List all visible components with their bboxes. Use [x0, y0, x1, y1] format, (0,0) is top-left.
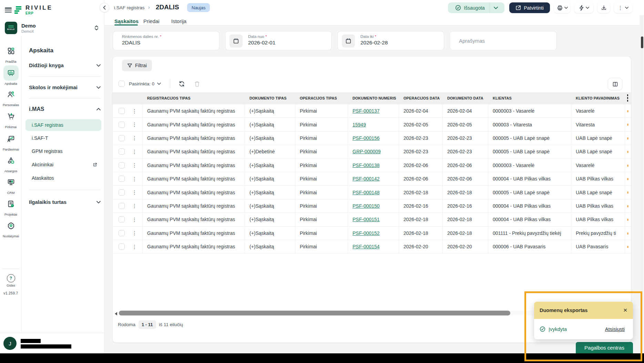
- table-row[interactable]: ⋮Gaunamų PVM sąskaitų faktūrų registras(…: [113, 172, 631, 186]
- breadcrumb-parent[interactable]: i.SAF registras: [114, 5, 145, 10]
- confirm-button[interactable]: Patvirtinti: [509, 2, 550, 13]
- row-kebab-icon[interactable]: ⋮: [132, 135, 137, 141]
- calendar-icon[interactable]: [342, 34, 355, 48]
- document-number-link[interactable]: 15949: [352, 122, 366, 127]
- row-checkbox[interactable]: [119, 230, 125, 236]
- column-header-dokumento-tipas[interactable]: DOKUMENTO TIPAS: [245, 92, 295, 104]
- sidebar-item-ataskaitos[interactable]: Ataskaitos: [32, 175, 101, 181]
- row-checkbox[interactable]: [119, 176, 125, 182]
- field-data-nuo[interactable]: Data nuo * 2026-02-01: [225, 31, 332, 50]
- download-button[interactable]: [597, 2, 610, 13]
- field-data-iki[interactable]: Data iki * 2026-02-28: [337, 31, 444, 50]
- row-checkbox[interactable]: [119, 162, 125, 168]
- document-number-link[interactable]: PSF-000142: [352, 176, 380, 182]
- refresh-icon[interactable]: [178, 81, 185, 87]
- saved-status-split-button[interactable]: Išsaugota: [448, 2, 504, 13]
- horizontal-scrollbar-thumb[interactable]: [119, 311, 510, 315]
- hscroll-left-arrow[interactable]: [115, 312, 117, 315]
- row-kebab-icon[interactable]: ⋮: [132, 176, 137, 182]
- rail-item-apskaita[interactable]: Apskaita: [0, 65, 22, 85]
- row-kebab-icon[interactable]: ⋮: [132, 163, 137, 168]
- saved-status-caret[interactable]: [490, 2, 502, 13]
- row-kebab-icon[interactable]: ⋮: [132, 108, 137, 114]
- table-row[interactable]: ⋮Gaunamų PVM sąskaitų faktūrų registras(…: [113, 132, 631, 145]
- row-checkbox[interactable]: [119, 243, 125, 250]
- row-checkbox[interactable]: [119, 189, 125, 196]
- rail-item-pradzia[interactable]: Pradžia: [0, 43, 22, 63]
- document-number-link[interactable]: PSF-000150: [352, 203, 380, 209]
- filters-button[interactable]: Filtrai: [122, 60, 152, 71]
- row-checkbox[interactable]: [119, 122, 125, 128]
- column-header-klientas[interactable]: KLIENTAS: [488, 92, 571, 104]
- column-header-kliento-pavadinimas[interactable]: KLIENTO PAVADINIMAS: [571, 92, 625, 104]
- saved-status-main[interactable]: Išsaugota: [450, 2, 490, 13]
- row-checkbox[interactable]: [119, 148, 125, 155]
- tab-istorija[interactable]: Istorija: [171, 18, 186, 24]
- table-row[interactable]: ⋮Gaunamų PVM sąskaitų faktūrų registras(…: [113, 213, 631, 226]
- sidebar-group-imas[interactable]: i.MAS: [29, 106, 101, 112]
- document-number-link[interactable]: PSF-000148: [352, 190, 380, 195]
- rail-item-gidas[interactable]: ? Gidas: [0, 274, 22, 287]
- hamburger-menu-icon[interactable]: [5, 8, 12, 12]
- table-row[interactable]: ⋮Gaunamų PVM sąskaitų faktūrų registras(…: [113, 118, 631, 131]
- unfold-chevrons-icon[interactable]: [94, 25, 99, 31]
- table-row[interactable]: ⋮Gaunamų PVM sąskaitų faktūrų registras(…: [113, 186, 631, 199]
- tab-saskaitos[interactable]: Sąskaitos: [114, 18, 139, 24]
- field-rinkmenos-dalies-nr[interactable]: Rinkmenos dalies nr. * 2DALIS: [113, 31, 219, 50]
- row-kebab-icon[interactable]: ⋮: [132, 244, 137, 249]
- row-checkbox[interactable]: [119, 216, 125, 222]
- document-number-link[interactable]: PSF-000137: [352, 108, 380, 114]
- sidebar-group-skolos[interactable]: Skolos ir mokėjimai: [29, 84, 101, 90]
- workspace-selector[interactable]: RIVILE Demo DemoX: [5, 21, 101, 34]
- row-checkbox[interactable]: [119, 135, 125, 141]
- column-header-registracijos-tipas[interactable]: REGISTRACIJOS TIPAS: [142, 92, 245, 104]
- sidebar-item-isaf-registras[interactable]: i.SAF registras: [25, 119, 101, 131]
- column-header-dokumento-numeris[interactable]: DOKUMENTO NUMERIS: [348, 92, 399, 104]
- column-settings-button[interactable]: [608, 78, 622, 90]
- column-header-operacijos-tipas[interactable]: OPERACIJOS TIPAS: [295, 92, 348, 104]
- document-number-link[interactable]: PSF-000154: [352, 244, 380, 249]
- column-header-dokumento-data[interactable]: DOKUMENTO DATA: [442, 92, 488, 104]
- column-header-operacijos-data[interactable]: OPERACIJOS DATA: [399, 92, 442, 104]
- quick-actions-button[interactable]: [574, 2, 593, 13]
- calendar-icon[interactable]: [229, 34, 243, 48]
- rail-item-atsargos[interactable]: Atsargos: [0, 153, 22, 173]
- avatar[interactable]: J: [3, 337, 17, 350]
- table-row[interactable]: ⋮Gaunamų PVM sąskaitų faktūrų registras(…: [113, 159, 631, 172]
- chevron-down-icon[interactable]: [157, 82, 161, 85]
- rail-item-personalas[interactable]: Personalas: [0, 87, 22, 107]
- document-number-link[interactable]: PSF-000156: [352, 135, 380, 141]
- rail-item-nustatymai[interactable]: Nustatymai: [0, 218, 22, 238]
- sidebar-group-ilgalaikis[interactable]: Ilgalaikis turtas: [29, 199, 101, 205]
- print-button[interactable]: [554, 2, 570, 13]
- rail-item-projektai[interactable]: Projektai: [0, 196, 22, 216]
- row-kebab-icon[interactable]: ⋮: [132, 203, 137, 208]
- document-number-link[interactable]: PSF-000138: [352, 163, 380, 168]
- row-kebab-icon[interactable]: ⋮: [132, 230, 137, 236]
- document-number-link[interactable]: GRP-000009: [352, 149, 381, 154]
- tab-priedai[interactable]: Priedai: [143, 18, 160, 24]
- sidebar-item-gpm-registras[interactable]: GPM registras: [32, 148, 101, 154]
- back-button[interactable]: [100, 3, 109, 12]
- document-number-link[interactable]: PSF-000152: [352, 230, 380, 236]
- table-row[interactable]: ⋮Gaunamų PVM sąskaitų faktūrų registras(…: [113, 104, 631, 118]
- pagination-range[interactable]: 1 - 11: [139, 320, 156, 329]
- table-row[interactable]: ⋮Gaunamų PVM sąskaitų faktūrų registras(…: [113, 145, 631, 158]
- rail-item-crm[interactable]: CRM: [0, 175, 22, 195]
- row-checkbox[interactable]: [119, 203, 125, 209]
- field-aprasymas[interactable]: Aprašymas: [450, 31, 557, 50]
- table-row[interactable]: ⋮Gaunamų PVM sąskaitų faktūrų registras(…: [113, 240, 631, 253]
- select-all-checkbox[interactable]: [119, 81, 125, 87]
- rail-item-pirkimai[interactable]: Pirkimai: [0, 109, 22, 129]
- sidebar-item-isaf-t[interactable]: i.SAF-T: [32, 135, 101, 141]
- document-number-link[interactable]: PSF-000151: [352, 217, 380, 222]
- table-row[interactable]: ⋮Gaunamų PVM sąskaitų faktūrų registras(…: [113, 227, 631, 240]
- row-kebab-icon[interactable]: ⋮: [132, 149, 137, 154]
- more-options-button[interactable]: ⋮: [614, 2, 632, 13]
- row-kebab-icon[interactable]: ⋮: [132, 217, 137, 222]
- sidebar-item-akcininkai[interactable]: Akcininkai: [32, 162, 101, 167]
- table-row[interactable]: ⋮Gaunamų PVM sąskaitų faktūrų registras(…: [113, 199, 631, 213]
- rail-item-pardavimai[interactable]: Pardavimai: [0, 131, 22, 151]
- row-kebab-icon[interactable]: ⋮: [132, 190, 137, 195]
- sidebar-group-didzioji-knyga[interactable]: Didžioji knyga: [29, 62, 101, 68]
